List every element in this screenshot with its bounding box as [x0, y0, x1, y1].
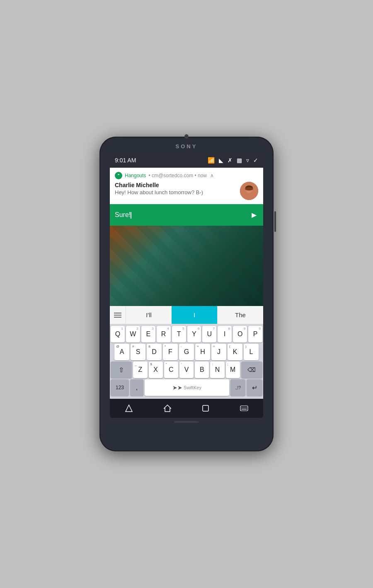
numbers-key[interactable]: 123: [111, 379, 129, 396]
key-i[interactable]: 8I: [218, 326, 232, 342]
key-q[interactable]: 1Q: [111, 326, 125, 342]
key-v[interactable]: 'V: [179, 361, 194, 378]
recents-button[interactable]: [197, 402, 214, 414]
reply-text: Sure!: [115, 211, 131, 218]
svg-rect-8: [240, 406, 248, 411]
bluetooth-icon: ✗: [228, 157, 233, 164]
expand-icon: ✓: [253, 157, 258, 164]
key-o[interactable]: 9O: [233, 326, 247, 342]
notification-message: Hey! How about lunch tomorrow? B-): [115, 189, 237, 195]
keyboard: 1Q 2W 3E 4R 5T 6Y 7U 8I 9O 0P @A #S &D *…: [110, 324, 263, 399]
predictive-word-1[interactable]: I'll: [126, 306, 172, 324]
key-n[interactable]: :N: [210, 361, 224, 378]
notification-app-name: Hangouts: [125, 173, 146, 178]
flashlight-icon: ▿: [246, 157, 249, 164]
key-row-2: @A #S &D *F -G +H =J (K )L: [111, 344, 262, 360]
key-e[interactable]: 3E: [141, 326, 155, 342]
reply-input[interactable]: Sure!: [115, 211, 250, 219]
key-y[interactable]: 6Y: [187, 326, 201, 342]
side-button[interactable]: [274, 211, 276, 232]
avatar: [240, 182, 258, 200]
key-w[interactable]: 2W: [126, 326, 140, 342]
predictive-word-2[interactable]: I: [172, 306, 217, 324]
key-row-3: ⇧ _Z $X "C 'V B :N ;M ⌫: [111, 361, 262, 378]
notification-sender: Charlie Michelle: [115, 182, 237, 188]
key-r[interactable]: 4R: [157, 326, 171, 342]
key-x[interactable]: $X: [149, 361, 163, 378]
key-l[interactable]: )L: [244, 344, 259, 360]
notification-chevron-icon[interactable]: ∧: [210, 173, 214, 178]
notification-meta: • cm@sortedco.com • now: [148, 173, 207, 178]
key-s[interactable]: #S: [131, 344, 145, 360]
key-row-1: 1Q 2W 3E 4R 5T 6Y 7U 8I 9O 0P: [111, 326, 262, 342]
key-row-4: 123 , ➤➤ SwiftKey .,!? ↵: [111, 379, 262, 396]
hangouts-icon: ": [115, 172, 122, 179]
hamburger-icon: [114, 313, 121, 318]
wallpaper-overlay: [110, 226, 263, 306]
key-f[interactable]: *F: [163, 344, 178, 360]
screen: 9:01 AM 📶 ◣ ✗ ▩ ▿ ✓ " Hangouts • cm@sort…: [110, 153, 263, 418]
notification-card: " Hangouts • cm@sortedco.com • now ∧ Cha…: [110, 168, 263, 204]
comma-key[interactable]: ,: [130, 379, 143, 396]
avatar-face: [240, 182, 258, 200]
keyboard-button[interactable]: [236, 402, 252, 414]
home-button[interactable]: [159, 402, 176, 414]
cursor: [131, 212, 131, 219]
cast-icon: ▩: [237, 157, 242, 164]
key-a[interactable]: @A: [114, 344, 129, 360]
key-p[interactable]: 0P: [248, 326, 262, 342]
svg-point-4: [245, 187, 253, 190]
key-u[interactable]: 7U: [202, 326, 216, 342]
notification-text-area: Charlie Michelle Hey! How about lunch to…: [115, 182, 237, 195]
svg-marker-6: [164, 405, 171, 412]
status-bar: 9:01 AM 📶 ◣ ✗ ▩ ▿ ✓: [110, 153, 263, 168]
notification-body: Charlie Michelle Hey! How about lunch to…: [115, 182, 258, 200]
key-h[interactable]: +H: [195, 344, 210, 360]
key-k[interactable]: (K: [228, 344, 242, 360]
predictive-menu-icon[interactable]: [110, 306, 126, 324]
key-d[interactable]: &D: [147, 344, 162, 360]
predictive-word-3[interactable]: The: [217, 306, 263, 324]
wallpaper: [110, 226, 263, 306]
send-button[interactable]: ►: [250, 210, 258, 220]
back-button[interactable]: [121, 402, 137, 414]
front-camera: [184, 134, 189, 138]
svg-marker-5: [126, 405, 132, 412]
enter-key[interactable]: ↵: [247, 379, 262, 396]
notification-header: " Hangouts • cm@sortedco.com • now ∧: [115, 172, 258, 179]
key-t[interactable]: 5T: [172, 326, 186, 342]
phone-top-bar: SONY: [103, 142, 270, 153]
backspace-key[interactable]: ⌫: [241, 361, 262, 378]
wifi-icon: 📶: [208, 157, 215, 164]
phone-bottom-bar: [174, 421, 199, 423]
key-c[interactable]: "C: [164, 361, 178, 378]
key-g[interactable]: -G: [179, 344, 194, 360]
status-icons: 📶 ◣ ✗ ▩ ▿ ✓: [208, 157, 258, 164]
key-b[interactable]: B: [195, 361, 209, 378]
key-j[interactable]: =J: [211, 344, 226, 360]
reply-area[interactable]: Sure! ►: [110, 204, 263, 226]
phone-device: SONY 9:01 AM 📶 ◣ ✗ ▩ ▿ ✓ " Hangouts • cm…: [99, 137, 274, 451]
brand-label: SONY: [176, 143, 198, 149]
status-time: 9:01 AM: [115, 157, 136, 164]
key-m[interactable]: ;M: [226, 361, 240, 378]
shift-key[interactable]: ⇧: [111, 361, 132, 378]
punctuation-key[interactable]: .,!?: [230, 379, 245, 396]
rotate-icon: ◣: [219, 157, 223, 164]
svg-rect-7: [203, 405, 208, 411]
key-z[interactable]: _Z: [133, 361, 147, 378]
predictive-bar[interactable]: I'll I The: [110, 306, 263, 324]
bottom-nav: [110, 399, 263, 418]
space-key[interactable]: ➤➤ SwiftKey: [145, 379, 229, 396]
